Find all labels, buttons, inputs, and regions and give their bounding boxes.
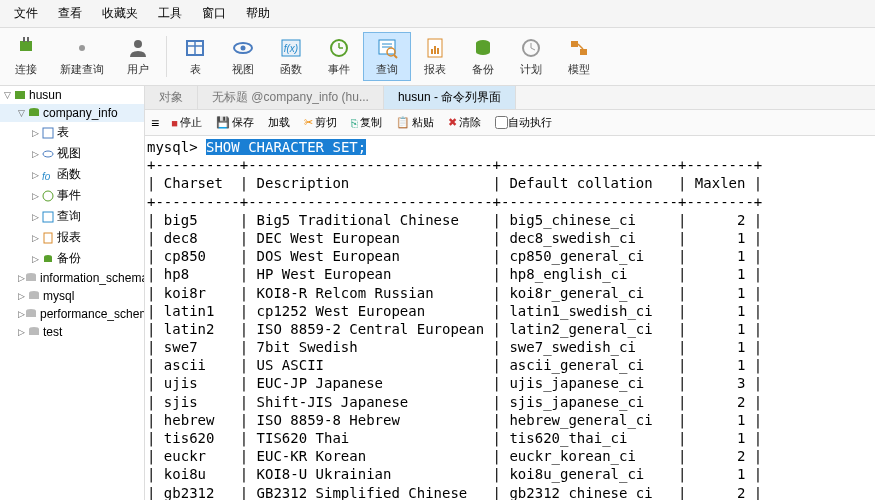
dot-icon <box>68 36 96 60</box>
tree-item[interactable]: ▷information_schema <box>0 269 144 287</box>
fx-icon: f(x) <box>277 36 305 60</box>
user-icon <box>124 36 152 60</box>
tree-item[interactable]: ▷mysql <box>0 287 144 305</box>
sidebar: ▽husun▽company_info▷表▷视图▷fo函数▷事件▷查询▷报表▷备… <box>0 86 145 500</box>
svg-point-26 <box>476 49 490 55</box>
menu-item[interactable]: 查看 <box>48 2 92 25</box>
stop-button[interactable]: ■停止 <box>165 113 208 132</box>
query-icon <box>373 36 401 60</box>
toolbar: 连接新建查询用户表视图f(x)函数事件查询报表备份计划模型 <box>0 28 875 86</box>
menu-item[interactable]: 帮助 <box>236 2 280 25</box>
svg-rect-40 <box>44 233 52 243</box>
tree-item[interactable]: ▷报表 <box>0 227 144 248</box>
tree-item[interactable]: ▷查询 <box>0 206 144 227</box>
tree-item[interactable]: ▷视图 <box>0 143 144 164</box>
tree-item[interactable]: ▷事件 <box>0 185 144 206</box>
toolbar-fx[interactable]: f(x)函数 <box>267 32 315 81</box>
model-icon <box>565 36 593 60</box>
svg-rect-21 <box>431 49 433 54</box>
svg-rect-33 <box>15 91 25 99</box>
save-button[interactable]: 💾保存 <box>210 113 260 132</box>
toolbar-schedule[interactable]: 计划 <box>507 32 555 81</box>
svg-rect-31 <box>580 49 587 55</box>
toolbar-plug[interactable]: 连接 <box>2 32 50 81</box>
svg-rect-48 <box>26 311 36 317</box>
svg-text:f(x): f(x) <box>284 43 298 54</box>
menu-item[interactable]: 工具 <box>148 2 192 25</box>
clock-icon <box>325 36 353 60</box>
main: ▽husun▽company_info▷表▷视图▷fo函数▷事件▷查询▷报表▷备… <box>0 86 875 500</box>
plug-icon <box>12 36 40 60</box>
cut-button[interactable]: ✂剪切 <box>298 113 343 132</box>
svg-rect-42 <box>44 257 52 262</box>
tab[interactable]: 对象 <box>145 86 198 109</box>
load-button[interactable]: 加载 <box>262 113 296 132</box>
tree-item[interactable]: ▷表 <box>0 122 144 143</box>
toolbar-model[interactable]: 模型 <box>555 32 603 81</box>
autorun-checkbox[interactable]: 自动执行 <box>489 113 558 132</box>
tab[interactable]: 无标题 @company_info (hu... <box>198 86 384 109</box>
svg-point-4 <box>134 40 142 48</box>
menu-item[interactable]: 窗口 <box>192 2 236 25</box>
svg-point-38 <box>43 191 53 201</box>
svg-point-37 <box>43 151 53 157</box>
svg-rect-22 <box>434 46 436 54</box>
tabs: 对象无标题 @company_info (hu...husun - 命令列界面 <box>145 86 875 110</box>
copy-button[interactable]: ⎘复制 <box>345 113 388 132</box>
console[interactable]: mysql> SHOW CHARACTER SET; +----------+-… <box>145 136 875 500</box>
tree-item[interactable]: ▽company_info <box>0 104 144 122</box>
svg-line-32 <box>578 44 583 49</box>
table-icon <box>181 36 209 60</box>
menubar: 文件查看收藏夹工具窗口帮助 <box>0 0 875 28</box>
toolbar-eye[interactable]: 视图 <box>219 32 267 81</box>
svg-line-29 <box>531 48 535 50</box>
toolbar-dot[interactable]: 新建查询 <box>50 32 114 81</box>
tree-item[interactable]: ▷performance_schema <box>0 305 144 323</box>
schedule-icon <box>517 36 545 60</box>
toolbar-user[interactable]: 用户 <box>114 32 162 81</box>
tree-item[interactable]: ▷test <box>0 323 144 341</box>
toolbar-query[interactable]: 查询 <box>363 32 411 81</box>
svg-rect-0 <box>20 41 32 51</box>
tree-item[interactable]: ▷备份 <box>0 248 144 269</box>
content-area: 对象无标题 @company_info (hu...husun - 命令列界面 … <box>145 86 875 500</box>
paste-button[interactable]: 📋粘贴 <box>390 113 440 132</box>
svg-line-19 <box>394 55 397 58</box>
svg-rect-1 <box>23 37 25 42</box>
svg-rect-36 <box>43 128 53 138</box>
svg-rect-50 <box>29 329 39 335</box>
svg-rect-39 <box>43 212 53 222</box>
toolbar-clock[interactable]: 事件 <box>315 32 363 81</box>
svg-rect-35 <box>29 110 39 116</box>
tree-item[interactable]: ▽husun <box>0 86 144 104</box>
toolbar-report[interactable]: 报表 <box>411 32 459 81</box>
svg-rect-46 <box>29 293 39 299</box>
tab[interactable]: husun - 命令列界面 <box>384 86 516 109</box>
toolbar-table[interactable]: 表 <box>171 32 219 81</box>
svg-rect-2 <box>27 37 29 42</box>
clear-button[interactable]: ✖清除 <box>442 113 487 132</box>
menu-item[interactable]: 收藏夹 <box>92 2 148 25</box>
tree-item[interactable]: ▷fo函数 <box>0 164 144 185</box>
editor-toolbar: ≡ ■停止 💾保存 加载 ✂剪切 ⎘复制 📋粘贴 ✖清除 自动执行 <box>145 110 875 136</box>
svg-rect-30 <box>571 41 578 47</box>
svg-point-3 <box>79 45 85 51</box>
eye-icon <box>229 36 257 60</box>
report-icon <box>421 36 449 60</box>
menu-item[interactable]: 文件 <box>4 2 48 25</box>
toolbar-backup[interactable]: 备份 <box>459 32 507 81</box>
backup-icon <box>469 36 497 60</box>
svg-rect-44 <box>26 275 36 281</box>
svg-point-9 <box>241 46 246 51</box>
svg-rect-23 <box>437 48 439 54</box>
